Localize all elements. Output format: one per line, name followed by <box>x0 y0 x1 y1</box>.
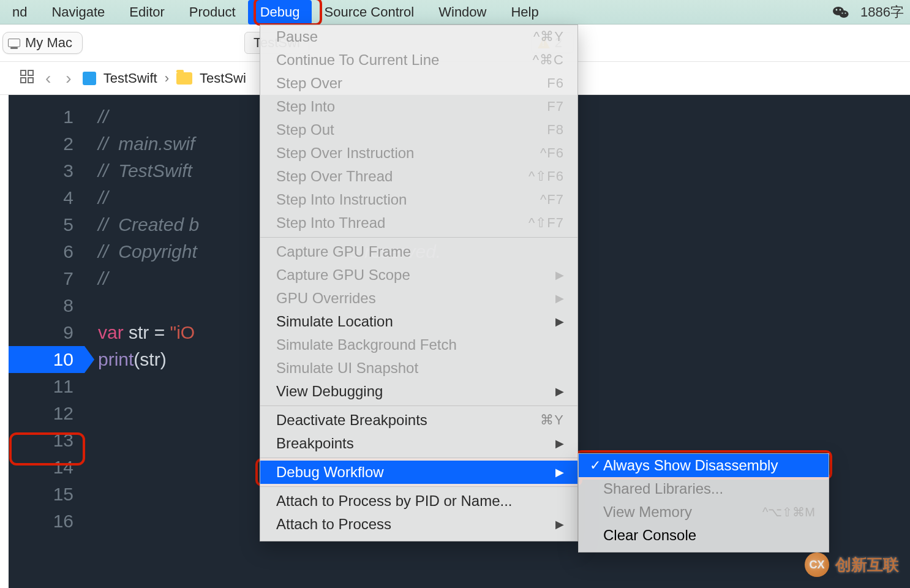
menu-item-label: GPU Overrides <box>276 290 544 307</box>
linenum[interactable]: 8 <box>9 292 85 319</box>
menu-item-source-control[interactable]: Source Control <box>312 0 426 24</box>
menu-item-window[interactable]: Window <box>426 0 498 24</box>
menu-shortcut: ^⇧F7 <box>521 215 564 231</box>
menu-item-label: Step Over <box>276 75 521 92</box>
menu-item-find-trunc[interactable]: nd <box>0 0 39 24</box>
menu-item-label: Step Into <box>276 98 521 115</box>
linenum[interactable]: 13 <box>9 427 85 454</box>
menu-item-product[interactable]: Product <box>177 0 248 24</box>
mac-icon <box>8 39 20 47</box>
linenum[interactable]: 14 <box>9 454 85 481</box>
nav-forward-icon[interactable]: › <box>62 69 75 88</box>
run-destination[interactable]: My Mac <box>2 32 83 54</box>
menu-item-step-over-instruction: Step Over Instruction^F6 <box>260 141 577 165</box>
menu-item-attach-to-process-by-pid-or-name[interactable]: Attach to Process by PID or Name... <box>260 489 577 513</box>
watermark: CX 创新互联 <box>805 552 899 577</box>
linenum[interactable]: 3 <box>9 157 85 184</box>
watermark-text: 创新互联 <box>835 554 899 576</box>
checkmark-icon: ✓ <box>587 458 603 473</box>
menu-shortcut: ⌘Y <box>521 412 564 428</box>
linenum[interactable]: 1 <box>9 104 85 130</box>
menu-item-label: Debug Workflow <box>276 464 544 481</box>
submenu-item-label: View Memory <box>603 503 762 521</box>
submenu-arrow-icon: ▶ <box>544 315 564 328</box>
submenu-item-label: Clear Console <box>603 527 815 544</box>
linenum[interactable]: 5 <box>9 211 85 238</box>
menu-item-breakpoints[interactable]: Breakpoints▶ <box>260 432 577 455</box>
linenum[interactable]: 9 <box>9 319 85 346</box>
chevron-right-icon: › <box>165 70 169 86</box>
menu-item-editor[interactable]: Editor <box>117 0 176 24</box>
menu-item-deactivate-breakpoints[interactable]: Deactivate Breakpoints⌘Y <box>260 409 577 432</box>
menu-shortcut: F7 <box>521 99 564 115</box>
svg-point-3 <box>840 9 841 10</box>
linenum[interactable]: 15 <box>9 481 85 508</box>
submenu-item-clear-console[interactable]: Clear Console <box>579 524 829 547</box>
gutter[interactable]: 1 2 3 4 5 6 7 8 9 10 11 12 13 14 15 16 <box>9 95 85 588</box>
menu-shortcut: ^⌘C <box>521 52 564 68</box>
submenu-arrow-icon: ▶ <box>544 518 564 531</box>
linenum[interactable]: 11 <box>9 373 85 400</box>
char-count: 1886字 <box>860 3 904 21</box>
menu-shortcut: ^F7 <box>521 192 564 208</box>
menu-item-label: Attach to Process <box>276 516 544 533</box>
linenum[interactable]: 12 <box>9 400 85 427</box>
watermark-badge-icon: CX <box>805 552 829 577</box>
menu-shortcut: F8 <box>521 122 564 138</box>
submenu-item-view-memory[interactable]: View Memory^⌥⇧⌘M <box>579 500 829 524</box>
menu-item-label: Simulate Background Fetch <box>276 336 564 353</box>
wechat-icon[interactable] <box>832 5 849 20</box>
svg-rect-7 <box>28 70 33 75</box>
linenum[interactable]: 4 <box>9 184 85 211</box>
linenum[interactable]: 7 <box>9 265 85 292</box>
menu-item-attach-to-process[interactable]: Attach to Process▶ <box>260 513 577 536</box>
menu-item-simulate-location[interactable]: Simulate Location▶ <box>260 310 577 333</box>
menu-item-label: Pause <box>276 28 521 45</box>
menu-shortcut: ^⌘Y <box>521 29 564 45</box>
menu-item-continue-to-current-line: Continue To Current Line^⌘C <box>260 48 577 72</box>
svg-point-4 <box>841 12 843 13</box>
menu-item-view-debugging[interactable]: View Debugging▶ <box>260 380 577 403</box>
menu-item-step-over: Step OverF6 <box>260 72 577 95</box>
menu-item-simulate-background-fetch: Simulate Background Fetch <box>260 333 577 356</box>
crumb-folder[interactable]: TestSwi <box>200 70 246 86</box>
related-items-icon[interactable] <box>20 69 34 88</box>
linenum[interactable]: 16 <box>9 508 85 535</box>
menu-item-label: Capture GPU Frame <box>276 243 564 260</box>
menu-item-step-into-thread: Step Into Thread^⇧F7 <box>260 211 577 235</box>
swift-file-icon <box>83 72 96 85</box>
menu-item-label: Step Over Instruction <box>276 145 521 162</box>
left-margin <box>0 95 9 588</box>
crumb-project[interactable]: TestSwift <box>103 70 157 86</box>
menu-shortcut: ^⇧F6 <box>521 168 564 184</box>
menu-item-debug[interactable]: Debug <box>248 0 312 24</box>
nav-back-icon[interactable]: ‹ <box>42 69 55 88</box>
submenu-arrow-icon: ▶ <box>544 268 564 282</box>
menu-item-help[interactable]: Help <box>498 0 551 24</box>
submenu-item-always-show-disassembly[interactable]: ✓Always Show Disassembly <box>579 454 829 477</box>
menu-item-debug-workflow[interactable]: Debug Workflow▶ <box>260 461 577 484</box>
menubar: nd Navigate Editor Product Debug Source … <box>0 0 910 24</box>
svg-point-2 <box>836 9 838 10</box>
folder-icon <box>176 72 192 85</box>
linenum[interactable]: 2 <box>9 130 85 157</box>
menu-item-label: Breakpoints <box>276 435 544 452</box>
debug-menu-dropdown: Pause^⌘YContinue To Current Line^⌘CStep … <box>260 24 578 541</box>
menu-item-label: Capture GPU Scope <box>276 266 544 284</box>
svg-point-5 <box>844 12 846 13</box>
debug-workflow-submenu: ✓Always Show DisassemblyShared Libraries… <box>578 453 829 552</box>
svg-rect-8 <box>21 78 26 83</box>
menu-item-pause: Pause^⌘Y <box>260 25 577 48</box>
submenu-arrow-icon: ▶ <box>544 292 564 305</box>
submenu-arrow-icon: ▶ <box>544 385 564 398</box>
menu-item-capture-gpu-scope: Capture GPU Scope▶ <box>260 263 577 287</box>
submenu-item-shared-libraries[interactable]: Shared Libraries... <box>579 477 829 500</box>
menu-item-navigate[interactable]: Navigate <box>39 0 117 24</box>
linenum[interactable]: 6 <box>9 238 85 265</box>
menu-item-label: View Debugging <box>276 383 544 400</box>
menu-item-label: Step Over Thread <box>276 168 521 185</box>
breakpoint-marker[interactable]: 10 <box>9 346 85 373</box>
menu-shortcut: ^F6 <box>521 145 564 161</box>
submenu-arrow-icon: ▶ <box>544 466 564 479</box>
menu-item-step-into: Step IntoF7 <box>260 95 577 118</box>
